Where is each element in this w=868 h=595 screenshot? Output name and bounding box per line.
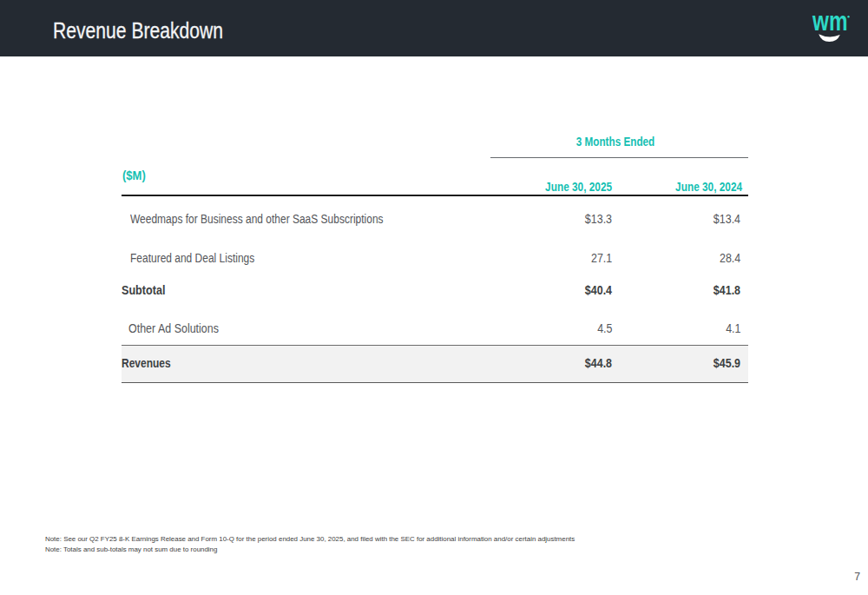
svg-text:wm: wm bbox=[812, 9, 847, 36]
